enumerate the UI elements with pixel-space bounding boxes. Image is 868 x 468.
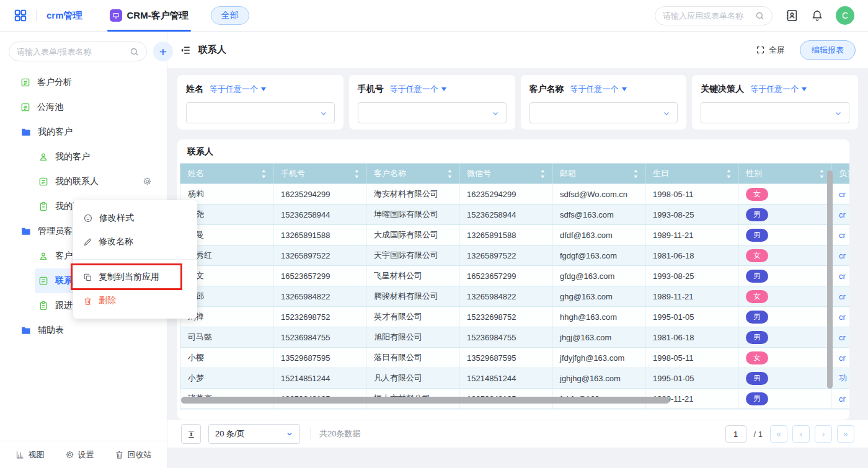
owner-link[interactable]: cr: [839, 251, 846, 260]
column-header-1[interactable]: 手机号: [273, 164, 366, 184]
table-row[interactable]: 小樱13529687595落日有限公司13529687595jfdyjfgh@1…: [180, 348, 850, 368]
table-row[interactable]: 小曼13265891588大成国际有限公司13265891588dfdf@163…: [180, 225, 850, 245]
folder-icon: [20, 226, 31, 237]
owner-link[interactable]: cr: [839, 190, 846, 199]
filter-operator-dropdown[interactable]: 等于任意一个: [210, 84, 266, 95]
sidebar-item-10[interactable]: 辅助表: [0, 318, 167, 343]
column-header-6[interactable]: 性别: [738, 164, 831, 184]
cell: 1993-08-25: [645, 205, 738, 225]
table-row[interactable]: 小尧15236258944坤曜国际有限公司15236258944sdfs@163…: [180, 205, 850, 225]
owner-cell: cr: [831, 266, 850, 286]
form-icon: [38, 177, 48, 187]
user-avatar[interactable]: C: [836, 6, 854, 25]
chart-footer-button[interactable]: 视图: [16, 449, 45, 461]
filter-value-select[interactable]: [701, 102, 849, 123]
right-page-button[interactable]: ›: [815, 425, 832, 443]
filter-operator-dropdown[interactable]: 等于任意一个: [750, 84, 807, 95]
filter-value-select[interactable]: [358, 102, 507, 123]
global-search-input[interactable]: [663, 11, 751, 20]
table-row[interactable]: 司马懿15236984755旭阳有限公司15236984755jhgj@163.…: [180, 327, 850, 348]
add-form-button[interactable]: +: [153, 42, 173, 61]
app-grid-icon[interactable]: [14, 9, 27, 22]
workspace-link[interactable]: crm管理: [46, 10, 82, 22]
row-height-button[interactable]: [181, 424, 201, 444]
gear-footer-button[interactable]: 设置: [65, 449, 94, 461]
trash-footer-button[interactable]: 回收站: [115, 449, 152, 461]
app-tab-crm[interactable]: CRM-客户管理: [107, 0, 191, 32]
cell: 飞星材料公司: [366, 266, 459, 286]
table-row[interactable]: 小乔13530684022利民织造公司13530684022kjhjh@163.…: [180, 409, 850, 410]
sidebar-search-input[interactable]: [17, 47, 126, 56]
page-size-select[interactable]: 20 条/页: [208, 424, 300, 444]
table-row[interactable]: 小邵13265984822腾骏材料有限公司13265984822ghg@163.…: [180, 286, 850, 307]
sort-icon[interactable]: [633, 169, 639, 179]
table-row[interactable]: 小梦15214851244凡人有限公司15214851244jghjhg@163…: [180, 368, 850, 389]
total-pages-text: / 1: [754, 430, 763, 439]
owner-link[interactable]: cr: [839, 394, 846, 404]
edit-report-button[interactable]: 编辑报表: [800, 40, 856, 60]
owner-link[interactable]: cr: [839, 231, 846, 240]
fullscreen-button[interactable]: 全屏: [756, 45, 785, 56]
column-header-5[interactable]: 生日: [645, 164, 738, 184]
filter-field-label: 客户名称: [529, 84, 564, 95]
sort-icon[interactable]: [726, 169, 732, 179]
cell: jhgj@163.com: [552, 327, 645, 348]
filter-operator-dropdown[interactable]: 等于任意一个: [390, 84, 446, 95]
cell: 1989-11-21: [645, 225, 738, 245]
column-header-7[interactable]: 负责人: [831, 164, 850, 184]
table-row[interactable]: 刘禅15232698752英才有限公司15232698752hhgh@163.c…: [180, 307, 850, 327]
sidebar-item-2[interactable]: 我的客户: [0, 120, 167, 144]
cell: 13530684022: [273, 409, 366, 410]
table-row[interactable]: 杨莉16235294299海安材料有限公司16235294299sdfsd@Wo…: [180, 184, 850, 205]
menu-item-4[interactable]: 删除: [73, 289, 197, 312]
sidebar-item-0[interactable]: 客户分析: [0, 70, 167, 95]
column-header-2[interactable]: 客户名称: [366, 164, 459, 184]
sort-icon[interactable]: [261, 169, 267, 179]
horizontal-scrollbar[interactable]: [181, 397, 670, 404]
sort-icon[interactable]: [447, 169, 453, 179]
filter-operator-dropdown[interactable]: 等于任意一个: [570, 84, 627, 95]
owner-link[interactable]: cr: [839, 272, 846, 281]
filter-value-select[interactable]: [529, 102, 678, 123]
item-settings-gear-icon[interactable]: [143, 177, 152, 186]
sidebar-item-1[interactable]: 公海池: [0, 95, 167, 120]
table-row[interactable]: 小文16523657299飞星材料公司16523657299gfdg@163.c…: [180, 266, 850, 286]
form-icon: [20, 77, 30, 87]
owner-link[interactable]: 功: [839, 373, 847, 382]
double-left-page-button[interactable]: «: [770, 425, 787, 443]
column-header-0[interactable]: 姓名: [180, 164, 273, 184]
filter-value-select[interactable]: [186, 102, 335, 123]
owner-link[interactable]: cr: [839, 292, 846, 301]
double-right-page-button[interactable]: »: [837, 425, 854, 443]
gender-cell: 女: [738, 348, 831, 368]
vertical-scrollbar[interactable]: [827, 170, 833, 389]
owner-link[interactable]: cr: [839, 333, 846, 342]
global-search[interactable]: [655, 6, 773, 25]
sort-icon[interactable]: [819, 169, 825, 179]
sidebar-search[interactable]: [9, 42, 147, 61]
gender-cell: 女: [738, 245, 831, 266]
menu-item-1[interactable]: 修改名称: [73, 230, 197, 254]
owner-link[interactable]: cr: [839, 353, 846, 363]
sort-icon[interactable]: [540, 169, 546, 179]
sidebar-item-4[interactable]: 我的联系人: [0, 169, 167, 194]
left-page-button[interactable]: ‹: [792, 425, 810, 443]
sidebar-item-3[interactable]: 我的客户: [0, 144, 167, 169]
gender-cell: 女: [738, 409, 831, 410]
page-number-input[interactable]: [725, 425, 746, 443]
notification-bell-icon[interactable]: [811, 9, 823, 22]
menu-item-label: 复制到当前应用: [99, 272, 159, 283]
owner-link[interactable]: cr: [839, 210, 846, 219]
owner-link[interactable]: cr: [839, 312, 846, 322]
collapse-sidebar-icon[interactable]: [180, 45, 191, 56]
filter-all-pill[interactable]: 全部: [211, 6, 249, 25]
column-header-3[interactable]: 微信号: [459, 164, 552, 184]
address-book-icon[interactable]: [785, 9, 799, 22]
column-header-4[interactable]: 邮箱: [552, 164, 645, 184]
menu-item-0[interactable]: 修改样式: [73, 206, 197, 230]
sort-icon[interactable]: [354, 169, 360, 179]
table-row[interactable]: 张秀红13265897522天宇国际有限公司13265897522fgdgf@1…: [180, 245, 850, 266]
cell: 小梦: [180, 368, 273, 389]
menu-item-3[interactable]: 复制到当前应用: [73, 265, 197, 289]
gender-cell: 女: [738, 286, 831, 307]
